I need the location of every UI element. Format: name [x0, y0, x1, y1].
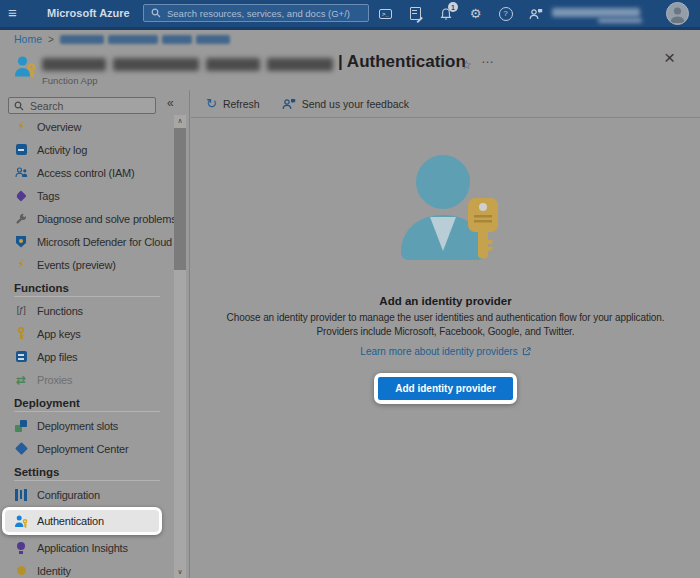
add-provider-highlight-callout: Add identity provider: [374, 373, 517, 404]
settings-gear-icon[interactable]: ⚙: [468, 6, 483, 21]
azure-brand[interactable]: Microsoft Azure: [47, 7, 130, 19]
tags-icon: [14, 189, 28, 203]
favorite-star-icon[interactable]: ☆: [461, 58, 472, 72]
help-icon[interactable]: ?: [498, 6, 513, 21]
redacted-resource-title: [42, 58, 333, 71]
authentication-highlight-callout: Authentication: [2, 507, 162, 535]
activity-log-icon: [14, 143, 28, 157]
sidebar-item-deployment-slots[interactable]: Deployment slots: [0, 414, 174, 437]
identity-person-key-illustration: [386, 148, 506, 263]
redacted-breadcrumb-resource[interactable]: [60, 35, 230, 44]
refresh-button[interactable]: ↻ Refresh: [206, 97, 260, 110]
external-link-icon: [522, 347, 531, 356]
shield-icon: [14, 235, 28, 249]
sidebar-scrollbar[interactable]: ∧ ∨: [174, 115, 186, 578]
deployment-slots-icon: [14, 419, 28, 433]
blade-toolbar: ↻ Refresh Send us your feedback: [191, 90, 700, 118]
sidebar-section-deployment: Deployment: [14, 397, 174, 409]
avatar[interactable]: [666, 2, 689, 25]
empty-state-description: Choose an identity provider to manage th…: [227, 311, 665, 339]
sidebar-item-application-insights[interactable]: Application Insights: [0, 536, 174, 559]
sidebar-item-diagnose[interactable]: Diagnose and solve problems: [0, 207, 174, 230]
access-control-icon: [14, 166, 28, 180]
sidebar-item-defender[interactable]: Microsoft Defender for Cloud: [0, 230, 174, 253]
authentication-person-key-icon: [14, 514, 28, 528]
configuration-sliders-icon: [14, 488, 28, 502]
more-options-icon[interactable]: …: [481, 51, 495, 66]
sidebar-item-app-keys[interactable]: App keys: [0, 322, 174, 345]
sidebar-section-settings: Settings: [14, 466, 174, 478]
search-icon: [151, 8, 161, 18]
sidebar-item-tags[interactable]: Tags: [0, 184, 174, 207]
key-icon: [14, 327, 28, 341]
global-search[interactable]: [143, 4, 369, 22]
authentication-blade-content: Add an identity provider Choose an ident…: [191, 118, 700, 578]
sidebar-item-access-control[interactable]: Access control (IAM): [0, 161, 174, 184]
events-bolt-icon: ⚡: [14, 258, 28, 272]
functions-icon: [ƒ]: [14, 304, 28, 318]
sidebar-item-deployment-center[interactable]: Deployment Center: [0, 437, 174, 460]
resource-type-label: Function App: [42, 75, 97, 86]
add-identity-provider-button[interactable]: Add identity provider: [378, 377, 513, 400]
global-search-input[interactable]: [165, 7, 368, 20]
sidebar-search-input[interactable]: [28, 99, 155, 113]
deployment-center-icon: [14, 442, 28, 456]
sidebar-item-app-files[interactable]: App files: [0, 345, 174, 368]
app-files-icon: [14, 350, 28, 364]
sidebar-section-functions: Functions: [14, 282, 174, 294]
breadcrumb: Home >: [14, 33, 230, 45]
breadcrumb-separator: >: [48, 34, 54, 45]
feedback-person-icon: [282, 98, 296, 110]
redacted-account-name: [552, 8, 640, 17]
function-app-icon: [13, 55, 37, 79]
sidebar-item-overview[interactable]: ⚡ Overview: [0, 115, 174, 138]
sidebar-item-identity[interactable]: Identity: [0, 559, 174, 578]
cloud-shell-icon[interactable]: >_: [378, 6, 393, 21]
sidebar-item-authentication[interactable]: Authentication: [5, 510, 159, 532]
page-title: | Authentication: [338, 52, 466, 72]
identity-icon: [14, 564, 28, 578]
directory-filter-icon[interactable]: [408, 6, 423, 21]
divider: [14, 296, 160, 297]
sidebar-item-activity-log[interactable]: Activity log: [0, 138, 174, 161]
sidebar-item-proxies[interactable]: ⇄ Proxies: [0, 368, 174, 391]
scroll-up-icon[interactable]: ∧: [174, 115, 186, 127]
refresh-icon: ↻: [206, 97, 217, 110]
search-icon: [14, 101, 24, 111]
scroll-down-icon[interactable]: ∨: [174, 566, 186, 578]
sidebar-item-events[interactable]: ⚡ Events (preview): [0, 253, 174, 276]
overview-icon: ⚡: [14, 120, 28, 134]
notification-badge: 1: [448, 2, 458, 12]
empty-state-heading: Add an identity provider: [379, 295, 511, 307]
sidebar-item-functions[interactable]: [ƒ] Functions: [0, 299, 174, 322]
scrollbar-thumb[interactable]: [174, 128, 186, 270]
redacted-account-directory: [598, 18, 642, 23]
sidebar-collapse-icon[interactable]: «: [167, 96, 174, 110]
account-info[interactable]: [552, 0, 652, 27]
sidebar-search[interactable]: [8, 97, 156, 114]
wrench-icon: [14, 212, 28, 226]
send-feedback-button[interactable]: Send us your feedback: [282, 98, 409, 110]
feedback-icon[interactable]: [528, 6, 543, 21]
divider: [14, 480, 160, 481]
proxies-icon: ⇄: [14, 373, 28, 387]
hamburger-menu-icon[interactable]: ≡: [8, 4, 17, 21]
sidebar-menu: ⚡ Overview Activity log Access control (…: [0, 115, 174, 578]
azure-topbar: ≡ Microsoft Azure >_ 1 ⚙ ?: [0, 0, 700, 30]
notifications-bell-icon[interactable]: 1: [438, 6, 453, 21]
divider: [14, 411, 160, 412]
resource-sidebar: « ⚡ Overview Activity log Access control…: [0, 90, 190, 578]
learn-more-link[interactable]: Learn more about identity providers: [360, 346, 530, 357]
breadcrumb-home-link[interactable]: Home: [14, 33, 42, 45]
application-insights-icon: [14, 541, 28, 555]
close-blade-icon[interactable]: ×: [664, 48, 675, 67]
sidebar-item-configuration[interactable]: Configuration: [0, 483, 174, 506]
